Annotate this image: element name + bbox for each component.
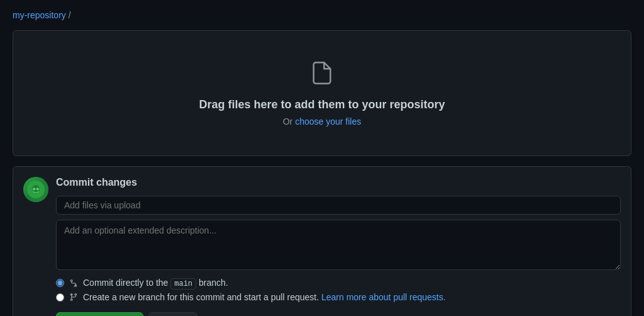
radio-new-branch-option[interactable]: Create a new branch for this commit and … — [56, 292, 621, 302]
breadcrumb: my-repository / — [13, 10, 631, 20]
drop-zone-title: Drag files here to add them to your repo… — [199, 98, 445, 111]
choose-files-link[interactable]: choose your files — [295, 116, 361, 127]
radio-direct-option[interactable]: Commit directly to the main branch. — [56, 278, 621, 288]
radio-icon-branch — [69, 293, 78, 302]
commit-changes-button[interactable]: Commit changes — [56, 312, 143, 316]
file-icon — [309, 60, 335, 91]
commit-section: Commit changes Commit directly to the ma… — [13, 166, 631, 316]
drop-zone-subtitle: Or choose your files — [283, 116, 362, 127]
drop-zone-subtitle-text: Or — [283, 116, 295, 127]
radio-new-branch-label: Create a new branch for this commit and … — [83, 292, 446, 302]
radio-icon-commit — [69, 279, 78, 288]
repo-link[interactable]: my-repository — [13, 10, 66, 20]
branch-name: main — [170, 278, 196, 290]
commit-section-title: Commit changes — [56, 177, 621, 188]
branch-radio-group: Commit directly to the main branch. Crea… — [56, 278, 621, 302]
radio-direct-input[interactable] — [56, 279, 64, 287]
svg-point-1 — [33, 188, 35, 190]
avatar-inner — [23, 177, 48, 202]
commit-actions: Commit changes Cancel — [56, 312, 621, 316]
radio-direct-label: Commit directly to the main branch. — [83, 278, 228, 288]
cancel-button[interactable]: Cancel — [148, 312, 197, 316]
commit-form: Commit changes Commit directly to the ma… — [56, 177, 621, 316]
commit-message-input[interactable] — [56, 196, 621, 215]
radio-new-branch-input[interactable] — [56, 293, 64, 302]
breadcrumb-separator: / — [69, 10, 71, 20]
commit-description-textarea[interactable] — [56, 220, 621, 270]
avatar — [23, 177, 48, 202]
pull-request-learn-more-link[interactable]: Learn more about pull requests. — [321, 292, 446, 302]
svg-point-2 — [36, 188, 39, 190]
file-drop-zone[interactable]: Drag files here to add them to your repo… — [13, 30, 631, 156]
